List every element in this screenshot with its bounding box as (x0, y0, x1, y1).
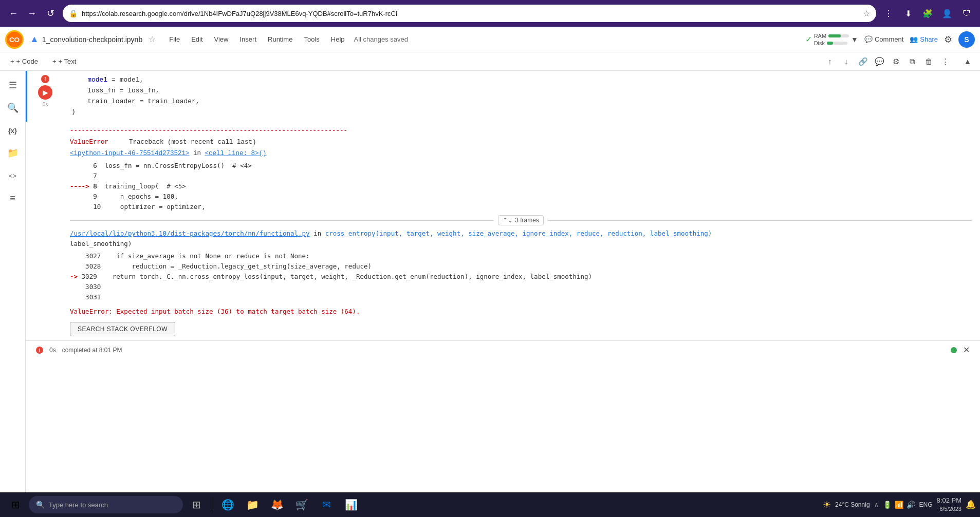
frames-separator: ⌃⌄ 3 frames (70, 215, 972, 225)
sidebar-item-search[interactable]: 🔍 (4, 99, 22, 117)
code-line-1: model = model, (71, 75, 972, 86)
status-bar: ! 0s completed at 8:01 PM ✕ (26, 340, 980, 359)
drive-icon: ▲ (30, 34, 39, 45)
ram-disk-widget[interactable]: ✓ RAM Disk ▼ (805, 33, 858, 46)
refresh-button[interactable]: ↺ (42, 5, 59, 22)
file-path-link[interactable]: /usr/local/lib/python3.10/dist-packages/… (70, 229, 310, 237)
firefox-icon: 🦊 (271, 499, 284, 511)
share-button[interactable]: 👥 Share (910, 35, 938, 43)
link-button[interactable]: 🔗 (856, 54, 870, 69)
show-hidden-icons-button[interactable]: ∧ (874, 501, 879, 508)
move-down-button[interactable]: ↓ (839, 54, 854, 69)
store-button[interactable]: 🛒 (290, 493, 313, 516)
comment-button[interactable]: 💬 Comment (864, 35, 903, 43)
label-smoothing-line: label_smoothing) (70, 239, 972, 249)
collapse-button[interactable]: ▲ (960, 54, 975, 69)
run-cell-button[interactable]: ▶ (38, 85, 52, 100)
notification-button[interactable]: 🔔 (966, 500, 976, 509)
sidebar-item-variables[interactable]: {x} (4, 121, 22, 140)
more-cell-button[interactable]: ⋮ (938, 54, 952, 69)
menu-runtime[interactable]: Runtime (263, 33, 298, 45)
explorer-button[interactable]: 📁 (241, 493, 264, 516)
menu-edit[interactable]: Edit (186, 33, 208, 45)
sidebar-item-code[interactable]: <> (4, 166, 22, 185)
download-icon[interactable]: ⬇ (900, 5, 916, 22)
sidebar-item-menu[interactable]: ☰ (4, 76, 22, 94)
plus-text-icon: + (52, 58, 57, 65)
status-error-dot: ! (36, 347, 43, 354)
cell-line-label[interactable]: <cell line: 8>() (205, 150, 267, 157)
expand-frames-icon: ⌃⌄ (503, 217, 513, 224)
colab-logo: CO (5, 30, 24, 49)
nav-buttons: ← → ↺ (5, 5, 59, 22)
delete-cell-button[interactable]: 🗑 (921, 54, 936, 69)
code-line-4: ) (71, 107, 972, 118)
disk-label: Disk (814, 40, 825, 46)
menu-insert[interactable]: Insert (235, 33, 262, 45)
sidebar-item-files[interactable]: 📁 (4, 144, 22, 162)
notebook-content[interactable]: ! ▶ 0s model = model, loss_fn = loss_fn,… (26, 71, 980, 517)
comment-cell-button[interactable]: 💬 (872, 54, 886, 69)
tb2-line-2: 3028 reduction = _Reduction.legacy_get_s… (70, 261, 972, 272)
back-button[interactable]: ← (5, 5, 22, 22)
address-bar[interactable]: 🔒 https://colab.research.google.com/driv… (63, 5, 876, 22)
plus-code-icon: + (10, 58, 14, 65)
start-button[interactable]: ⊞ (4, 493, 27, 516)
settings-cell-button[interactable]: ⚙ (889, 54, 903, 69)
extensions-icon[interactable]: 🧩 (919, 5, 936, 22)
forward-button[interactable]: → (24, 5, 40, 22)
status-completed: completed at 8:01 PM (62, 347, 122, 354)
toolbar-row: + + Code + + Text ↑ ↓ 🔗 💬 ⚙ ⧉ 🗑 ⋮ ▲ (0, 52, 980, 71)
run-time: 0s (43, 102, 48, 107)
clock: 8:02 PM (937, 496, 961, 505)
add-code-label: + Code (16, 58, 38, 65)
ipython-link[interactable]: <ipython-input-46-75514d273521> (70, 150, 190, 157)
menu-file[interactable]: File (164, 33, 185, 45)
header-actions: 💬 Comment 👥 Share ⚙ S (864, 31, 975, 48)
tb2-line-1: 3027 if size_average is not None or redu… (70, 251, 972, 261)
settings-button[interactable]: ⚙ (944, 34, 952, 45)
edge-button[interactable]: 🌐 (216, 493, 239, 516)
star-button[interactable]: ☆ (149, 34, 156, 44)
frames-count: 3 frames (515, 217, 539, 224)
tb-line-3: ----> 8 training_loop( # <5> (70, 181, 972, 192)
add-code-button[interactable]: + + Code (5, 55, 43, 67)
copy-cell-button[interactable]: ⧉ (905, 54, 919, 69)
move-up-button[interactable]: ↑ (823, 54, 837, 69)
taskview-button[interactable]: ⊞ (185, 493, 208, 516)
mail-button[interactable]: ✉ (315, 493, 338, 516)
add-text-button[interactable]: + + Text (47, 55, 81, 67)
taskbar-search-bar[interactable]: 🔍 Type here to search (29, 496, 183, 513)
traceback-label: Traceback (most recent call last) (129, 137, 256, 147)
search-stackoverflow-button[interactable]: SEARCH STACK OVERFLOW (70, 322, 175, 336)
menu-help[interactable]: Help (326, 33, 350, 45)
sys-icons: 🔋 📶 🔊 (883, 501, 915, 509)
taskbar: ⊞ 🔍 Type here to search ⊞ 🌐 📁 🦊 🛒 ✉ 📊 ☀ … (0, 492, 980, 517)
final-error-message: ValueError: Expected input batch_size (3… (70, 307, 972, 317)
weather-icon: ☀ (823, 499, 831, 510)
status-close-button[interactable]: ✕ (963, 345, 970, 355)
traceback-code-lines: 6 loss_fn = nn.CrossEntropyLoss() # <4> … (70, 161, 972, 212)
comment-icon: 💬 (864, 35, 873, 43)
matlab-button[interactable]: 📊 (340, 493, 362, 516)
menu-view[interactable]: View (209, 33, 234, 45)
frames-button[interactable]: ⌃⌄ 3 frames (498, 215, 544, 225)
volume-icon: 🔊 (907, 501, 915, 509)
avatar[interactable]: S (958, 31, 975, 48)
mail-icon: ✉ (322, 499, 331, 511)
code-cell: ! ▶ 0s model = model, loss_fn = loss_fn,… (26, 71, 980, 122)
taskbar-search-placeholder: Type here to search (49, 501, 108, 509)
firefox-button[interactable]: 🦊 (266, 493, 288, 516)
browser-menu-icon[interactable]: ⋮ (880, 5, 897, 22)
explorer-icon: 📁 (246, 499, 259, 511)
sidebar-item-sections[interactable]: ≡ (4, 189, 22, 207)
expand-ram-button[interactable]: ▼ (851, 35, 858, 44)
battery-icon: 🔋 (883, 501, 892, 509)
shield-icon[interactable]: 🛡 (958, 5, 975, 22)
menu-tools[interactable]: Tools (299, 33, 324, 45)
share-label: Share (920, 35, 938, 43)
edge-icon: 🌐 (221, 499, 234, 511)
profile-icon[interactable]: 👤 (939, 5, 955, 22)
bookmark-icon[interactable]: ☆ (863, 9, 870, 18)
output-block: ----------------------------------------… (62, 122, 980, 340)
